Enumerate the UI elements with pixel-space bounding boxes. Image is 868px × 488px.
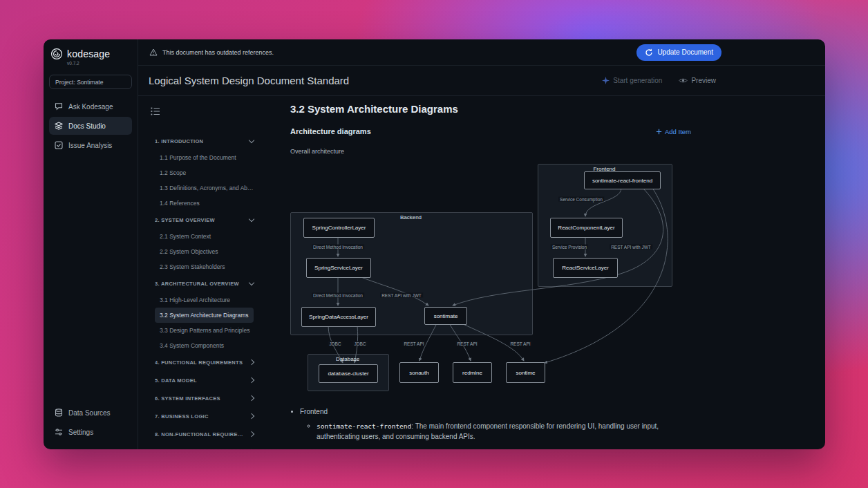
- warning-icon: [149, 48, 158, 56]
- edge-label: JDBC: [328, 341, 343, 346]
- outline-section-introduction[interactable]: 1. INTRODUCTION: [155, 132, 254, 150]
- start-generation-label: Start generation: [613, 77, 662, 84]
- database-icon: [55, 409, 63, 417]
- sidebar-item-data-sources[interactable]: Data Sources: [49, 404, 132, 422]
- sidebar-nav: Ask Kodesage Docs Studio: [49, 97, 132, 154]
- sidebar: kodesage v0.7.2 Project: Sontimate Ask K…: [44, 39, 138, 449]
- diagram-node-spring-service-layer: SpringServiceLayer: [306, 258, 371, 278]
- preview-button[interactable]: Preview: [679, 77, 716, 84]
- app-version: v0.7.2: [67, 61, 110, 66]
- app-window: kodesage v0.7.2 Project: Sontimate Ask K…: [44, 39, 825, 449]
- edge-label: Direct Method Invocation: [312, 245, 364, 250]
- outline-item-1-3[interactable]: 1.3 Definitions, Acronyms, and Abbreviat…: [155, 180, 254, 196]
- outline-item-2-2[interactable]: 2.2 System Objectives: [155, 244, 254, 259]
- chevron-right-icon: [249, 395, 254, 401]
- outline-item-3-4[interactable]: 3.4 System Components: [155, 338, 254, 353]
- outline-item-2-3[interactable]: 2.3 System Stakeholders: [155, 259, 254, 274]
- outline-section-business-logic[interactable]: 7. BUSINESS LOGIC: [155, 407, 254, 425]
- generate-sparkle-icon: [602, 77, 610, 84]
- diagram-node-sontime: sontime: [506, 362, 545, 383]
- main-area: This document has outdated references. U…: [138, 39, 825, 449]
- chevron-right-icon: [249, 413, 254, 419]
- sidebar-item-settings[interactable]: Settings: [49, 423, 132, 441]
- outline-section-system-reliability[interactable]: 9. SYSTEM RELIABILITY AND AVAILABILITY: [155, 443, 254, 449]
- diagram-node-redmine: redmine: [453, 362, 492, 383]
- chat-icon: [55, 102, 63, 111]
- sidebar-item-docs-studio[interactable]: Docs Studio: [49, 117, 132, 135]
- edge-label: REST API with JWT: [380, 293, 423, 298]
- sidebar-item-issue-analysis[interactable]: Issue Analysis: [49, 136, 132, 154]
- outline-section-label: 1. INTRODUCTION: [155, 138, 245, 144]
- outline-item-2-1[interactable]: 2.1 System Context: [155, 229, 254, 244]
- outline-section-label: 9. SYSTEM RELIABILITY AND AVAILABILITY: [155, 449, 245, 450]
- outline-section-functional-requirements[interactable]: 4. FUNCTIONAL REQUIREMENTS: [155, 353, 254, 371]
- outline-section-label: 6. SYSTEM INTERFACES: [155, 395, 245, 402]
- outline-section-system-overview[interactable]: 2. SYSTEM OVERVIEW: [155, 211, 254, 229]
- outline-item-3-2[interactable]: 3.2 System Architecture Diagrams: [155, 308, 254, 323]
- diagram-node-react-component-layer: ReactComponentLayer: [550, 218, 623, 238]
- chevron-right-icon: [249, 359, 254, 365]
- architecture-diagram: Frontend Backend Database: [290, 163, 674, 391]
- edge-label: REST API: [402, 341, 425, 346]
- edge-label: Service Consumption: [558, 197, 604, 202]
- outline-section-data-model[interactable]: 5. DATA MODEL: [155, 371, 254, 389]
- refresh-icon: [645, 48, 653, 57]
- add-item-button[interactable]: Add Item: [656, 128, 691, 135]
- app-logo-block: kodesage v0.7.2: [49, 48, 132, 66]
- kodesage-logo-icon: [50, 48, 63, 60]
- edge-label: REST API: [455, 341, 478, 346]
- diagram-node-spring-controller-layer: SpringControllerLayer: [303, 218, 375, 238]
- outline-section-label: 7. BUSINESS LOGIC: [155, 413, 245, 420]
- outline-section-non-functional-requirements[interactable]: 8. NON-FUNCTIONAL REQUIREMENTS: [155, 425, 254, 443]
- document-outline: 1. INTRODUCTION 1.1 Purpose of the Docum…: [138, 96, 270, 449]
- update-document-label: Update Document: [657, 48, 713, 56]
- diagram-node-database-cluster: database-cluster: [319, 364, 378, 383]
- chevron-down-icon: [249, 138, 254, 143]
- eye-icon: [679, 77, 688, 84]
- outline-section-label: 8. NON-FUNCTIONAL REQUIREMENTS: [155, 431, 245, 438]
- outline-item-1-4[interactable]: 1.4 References: [155, 196, 254, 211]
- sidebar-item-label: Settings: [68, 429, 93, 436]
- outline-section-system-interfaces[interactable]: 6. SYSTEM INTERFACES: [155, 389, 254, 407]
- chevron-right-icon: [249, 377, 254, 383]
- project-label: Project: Sontimate: [55, 79, 103, 86]
- task-check-icon: [55, 141, 63, 149]
- edge-label: Service Provision: [551, 245, 588, 250]
- project-selector[interactable]: Project: Sontimate: [49, 75, 132, 89]
- sidebar-item-label: Ask Kodesage: [68, 103, 113, 111]
- document-content: 3.2 System Architecture Diagrams Archite…: [270, 96, 825, 449]
- outline-item-3-1[interactable]: 3.1 High-Level Architecture: [155, 292, 254, 308]
- preview-label: Preview: [691, 77, 716, 84]
- document-title: Logical System Design Document Standard: [149, 75, 349, 86]
- outline-item-1-1[interactable]: 1.1 Purpose of the Document: [155, 150, 254, 165]
- outline-section-architectural-overview[interactable]: 3. ARCHITECTURAL OVERVIEW: [155, 274, 254, 292]
- sliders-icon: [55, 428, 63, 436]
- add-item-label: Add Item: [665, 128, 691, 135]
- notification-bar: This document has outdated references. U…: [138, 39, 825, 66]
- edge-label: JDBC: [353, 341, 368, 346]
- diagram-node-sontimate-react-frontend: sontimate-react-frontend: [584, 171, 661, 189]
- diagram-node-sontimate: sontimate: [424, 307, 467, 325]
- outline-item-1-2[interactable]: 1.2 Scope: [155, 165, 254, 180]
- diagram-node-spring-data-access-layer: SpringDataAccessLayer: [301, 307, 376, 327]
- diagram-node-react-service-layer: ReactServiceLayer: [553, 258, 618, 278]
- chevron-right-icon: [249, 431, 254, 437]
- outline-item-3-3[interactable]: 3.3 Design Patterns and Principles: [155, 323, 254, 338]
- sidebar-footer-nav: Data Sources Settings: [49, 404, 132, 441]
- sidebar-item-label: Data Sources: [68, 409, 111, 417]
- sidebar-item-ask-kodesage[interactable]: Ask Kodesage: [49, 97, 132, 115]
- outline-section-label: 2. SYSTEM OVERVIEW: [155, 217, 245, 223]
- edge-label: REST API with JWT: [610, 245, 652, 250]
- plus-icon: [656, 129, 662, 135]
- toc-list-icon[interactable]: [151, 107, 270, 115]
- code-term: sontimate-react-frontend: [317, 422, 411, 430]
- outline-section-label: 5. DATA MODEL: [155, 377, 245, 384]
- app-name: kodesage: [67, 48, 110, 59]
- bullet-frontend-label: Frontend: [300, 408, 328, 415]
- sidebar-item-label: Issue Analysis: [68, 142, 112, 149]
- update-document-button[interactable]: Update Document: [636, 44, 721, 61]
- section-heading: 3.2 System Architecture Diagrams: [290, 103, 825, 115]
- start-generation-button[interactable]: Start generation: [602, 77, 662, 84]
- subsection-heading: Architecture diagrams: [290, 127, 371, 135]
- bullet-frontend: Frontend sontimate-react-frontend: The m…: [300, 406, 677, 442]
